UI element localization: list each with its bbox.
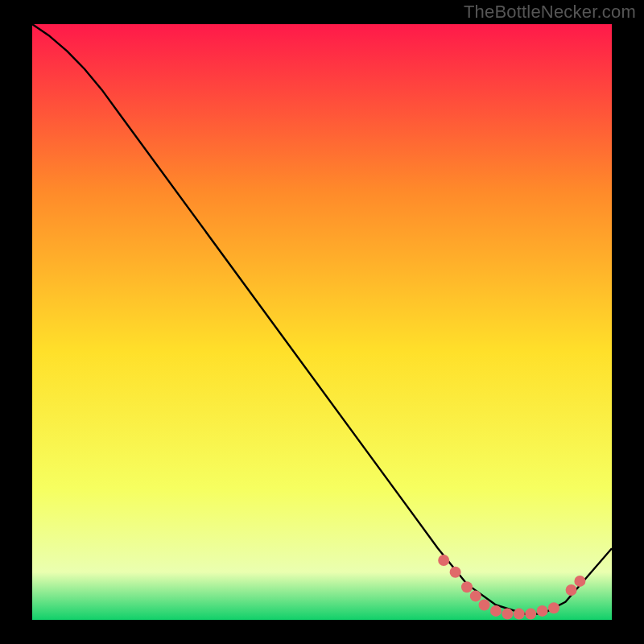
marker-dot [574, 576, 585, 587]
marker-dot [490, 605, 502, 617]
marker-dot [514, 609, 525, 620]
plot-area [32, 24, 612, 620]
marker-dot [525, 609, 536, 620]
watermark-text: TheBottleNecker.com [464, 2, 636, 23]
marker-dot [470, 590, 481, 601]
marker-dot [566, 584, 577, 596]
marker-dot [450, 567, 461, 578]
chart-svg [32, 24, 612, 620]
chart-frame: TheBottleNecker.com [0, 0, 644, 644]
marker-dot [479, 600, 490, 611]
marker-dot [502, 609, 513, 620]
marker-dot [548, 602, 559, 613]
marker-dot [438, 555, 449, 566]
marker-dot [461, 581, 473, 592]
marker-dot [537, 605, 548, 617]
